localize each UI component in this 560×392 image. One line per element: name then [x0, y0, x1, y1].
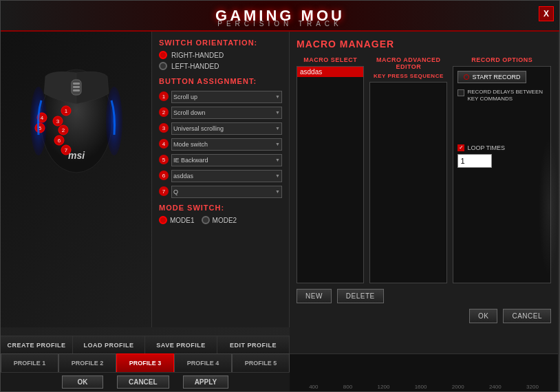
svg-rect-6	[73, 86, 80, 88]
btn-num-1: 1	[159, 91, 169, 101]
load-profile-button[interactable]: LOAD PROFILE	[73, 336, 145, 353]
macro-select-column: MACRO SELECT asddas	[297, 56, 364, 283]
cancel-button[interactable]: CANCEL	[117, 375, 169, 389]
loop-times-checkbox[interactable]: ✓	[457, 144, 464, 151]
left-handed-option[interactable]: LEFT-HANDED	[159, 62, 282, 70]
profile-tab-5[interactable]: PROFILE 5	[232, 353, 290, 372]
btn-select-3[interactable]: Universal scrolling	[171, 122, 282, 135]
mode1-label: MODE1	[170, 217, 195, 224]
button-row-7: 7 Q	[159, 184, 282, 198]
profile-tab-3[interactable]: PROFILE 3	[116, 353, 174, 372]
graph-label-400: 400	[309, 384, 318, 390]
btn-select-7[interactable]: Q	[171, 186, 282, 198]
macro-select-label: MACRO SELECT	[297, 56, 364, 63]
profile-tab-4[interactable]: PROFILE 4	[174, 353, 232, 372]
mode1-option[interactable]: MODE1	[159, 216, 195, 224]
orientation-group: RIGHT-HANDED LEFT-HANDED	[159, 51, 282, 70]
right-handed-option[interactable]: RIGHT-HANDED	[159, 51, 282, 59]
btn-dropdown-wrapper-7[interactable]: Q	[171, 184, 282, 198]
delete-macro-button[interactable]: DELETE	[337, 289, 384, 303]
btn-num-7: 7	[159, 186, 169, 196]
profile-tab-1[interactable]: PROFILE 1	[1, 353, 58, 372]
new-macro-button[interactable]: NEW	[297, 289, 332, 303]
btn-dropdown-wrapper-1[interactable]: Scroll up	[171, 89, 282, 103]
loop-times-row: ✓ LOOP TIMES	[457, 144, 546, 151]
btn-select-5[interactable]: IE Backward	[171, 154, 282, 166]
title-bar: GAMING MOU PERCISION TRACK X	[1, 1, 559, 32]
macro-editor-column: MACRO ADVANCED EDITOR KEY PRESS SEQUENCE	[369, 56, 447, 283]
graph-label-2000: 2000	[452, 384, 464, 390]
button-row-5: 5 IE Backward	[159, 153, 282, 166]
button-row-3: 3 Universal scrolling	[159, 121, 282, 135]
loop-times-input[interactable]: 1	[457, 154, 492, 168]
mode2-label: MODE2	[213, 217, 237, 224]
btn-num-5: 5	[159, 155, 169, 164]
apply-button[interactable]: APPLY	[183, 375, 228, 389]
start-record-button[interactable]: START RECORD	[457, 71, 526, 83]
macro-buttons-row: NEW DELETE	[297, 289, 551, 303]
profile-tab-2-label: PROFILE 2	[72, 360, 104, 367]
edit-profile-button[interactable]: EDIT PROFILE	[217, 336, 290, 353]
switch-orientation-label: SWITCH ORIENTATION:	[159, 39, 282, 47]
profile-tab-4-label: PROFILE 4	[187, 360, 219, 367]
graph-label-3200: 3200	[526, 384, 539, 390]
create-profile-button[interactable]: CREATE PROFILE	[1, 336, 73, 353]
key-press-label: KEY PRESS SEQUENCE	[369, 73, 447, 79]
button-row-6: 6 asddas	[159, 168, 282, 182]
left-handed-label: LEFT-HANDED	[171, 63, 219, 70]
btn-num-2: 2	[159, 107, 169, 117]
left-handed-radio[interactable]	[159, 62, 167, 70]
record-options-box: START RECORD RECORD DELAYS BETWEEN KEY C…	[453, 66, 551, 283]
start-record-label: START RECORD	[472, 74, 520, 80]
macro-listbox[interactable]: asddas	[297, 66, 364, 283]
profile-tab-1-label: PROFILE 1	[14, 360, 46, 367]
svg-text:2: 2	[61, 127, 65, 133]
record-delays-row: RECORD DELAYS BETWEEN KEY COMMANDS	[457, 89, 546, 103]
mode-options: MODE1 MODE2	[159, 216, 282, 224]
btn-select-2[interactable]: Scroll down	[171, 107, 282, 119]
mode-switch-section: MODE SWITCH: MODE1 MODE2	[159, 204, 282, 224]
profile-tab-3-label: PROFILE 3	[129, 360, 162, 367]
bottom-toolbar: CREATE PROFILE LOAD PROFILE SAVE PROFILE…	[1, 336, 290, 353]
close-button[interactable]: X	[539, 6, 554, 21]
mode1-radio[interactable]	[159, 216, 167, 224]
btn-dropdown-wrapper-2[interactable]: Scroll down	[171, 105, 282, 119]
mouse-image-container: 1 3 2 6 7 4 5 msi	[25, 39, 128, 176]
btn-dropdown-wrapper-3[interactable]: Universal scrolling	[171, 121, 282, 135]
save-profile-button[interactable]: SAVE PROFILE	[145, 336, 217, 353]
svg-rect-5	[73, 83, 80, 85]
btn-dropdown-wrapper-4[interactable]: Mode switch	[171, 137, 282, 151]
mouse-panel: 1 3 2 6 7 4 5 msi	[1, 32, 152, 327]
app-subtitle: PERCISION TRACK	[217, 20, 343, 28]
svg-rect-7	[73, 89, 80, 91]
macro-manager-title: MACRO MANAGER	[297, 39, 551, 50]
macro-list-item[interactable]: asddas	[297, 67, 363, 77]
macro-columns: MACRO SELECT asddas MACRO ADVANCED EDITO…	[297, 56, 551, 283]
right-handed-label: RIGHT-HANDED	[171, 52, 224, 59]
record-delays-label: RECORD DELAYS BETWEEN KEY COMMANDS	[467, 89, 546, 103]
button-row-2: 2 Scroll down	[159, 105, 282, 119]
ok-button[interactable]: OK	[62, 375, 103, 389]
profile-tab-2[interactable]: PROFILE 2	[58, 353, 116, 372]
mode-switch-label: MODE SWITCH:	[159, 204, 282, 212]
btn-select-4[interactable]: Mode switch	[171, 138, 282, 151]
btn-select-6[interactable]: asddas	[171, 170, 282, 182]
mode2-option[interactable]: MODE2	[202, 216, 237, 224]
right-handed-radio[interactable]	[159, 51, 167, 59]
svg-text:1: 1	[64, 108, 67, 114]
record-delays-checkbox[interactable]	[457, 89, 464, 96]
macro-editor-label: MACRO ADVANCED EDITOR	[369, 56, 447, 70]
record-options-label: RECORD OPTIONS	[453, 56, 551, 63]
graph-label-1600: 1600	[415, 384, 427, 390]
btn-num-6: 6	[159, 171, 169, 180]
btn-dropdown-wrapper-6[interactable]: asddas	[171, 168, 282, 182]
graph-label-800: 800	[343, 384, 352, 390]
mode2-radio[interactable]	[202, 216, 210, 224]
profile-tab-5-label: PROFILE 5	[245, 360, 277, 367]
btn-dropdown-wrapper-5[interactable]: IE Backward	[171, 153, 282, 166]
mouse-svg: 1 3 2 6 7 4 5 msi	[25, 39, 128, 176]
macro-ok-button[interactable]: OK	[469, 309, 497, 323]
macro-cancel-button[interactable]: CANCEL	[503, 309, 551, 323]
graph-area: 400 800 1200 1600 2000 2400 3200	[290, 353, 558, 391]
btn-select-1[interactable]: Scroll up	[171, 91, 282, 103]
